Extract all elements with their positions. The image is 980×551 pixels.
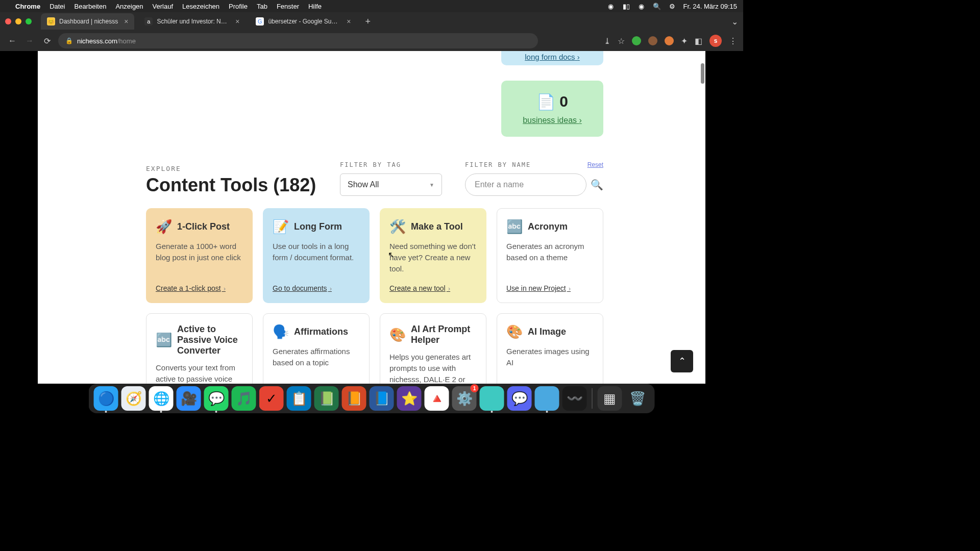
dock-app-discord[interactable]: 💬 bbox=[507, 386, 532, 411]
document-icon: 📄 bbox=[536, 93, 555, 111]
kebab-menu-icon[interactable]: ⋮ bbox=[729, 36, 737, 46]
reload-button[interactable]: ⟳ bbox=[41, 36, 53, 46]
dock-app-finder[interactable]: 🔵 bbox=[94, 386, 118, 411]
dock-app-todoist[interactable]: ✓ bbox=[259, 386, 284, 411]
dock-app-imovie[interactable]: ⭐ bbox=[397, 386, 422, 411]
black-bar-right bbox=[705, 51, 743, 416]
tool-card-icon: 🔤 bbox=[156, 332, 172, 348]
tool-card-link[interactable]: Create a new tool › bbox=[389, 284, 477, 292]
mac-menubar: Chrome Datei Bearbeiten Anzeigen Verlauf… bbox=[0, 0, 743, 12]
extension-icon[interactable] bbox=[665, 36, 674, 45]
black-bar-left bbox=[0, 51, 38, 416]
chevron-up-icon: ⌃ bbox=[678, 356, 686, 367]
record-icon[interactable]: ◉ bbox=[607, 2, 615, 10]
dock-app-trello[interactable]: 📋 bbox=[287, 386, 311, 411]
dock-app-trash[interactable]: 🗑️ bbox=[625, 386, 650, 411]
tool-card[interactable]: 📝 Long Form Use our tools in a long form… bbox=[263, 208, 370, 303]
star-icon[interactable]: ☆ bbox=[618, 36, 625, 46]
dock-app-whatsapp[interactable]: 💬 bbox=[204, 386, 229, 411]
dock-app-app-blue[interactable] bbox=[535, 386, 559, 411]
menubar-item[interactable]: Bearbeiten bbox=[74, 3, 106, 10]
dock-app-launchpad[interactable]: ▦ bbox=[598, 386, 622, 411]
tool-card-description: Generates images using AI bbox=[506, 346, 594, 384]
search-icon[interactable]: 🔍 bbox=[653, 2, 661, 10]
tool-card[interactable]: 🎨 AI Image Generates images using AI bbox=[497, 313, 603, 384]
close-tab-icon[interactable]: × bbox=[347, 17, 351, 26]
tab-title: Schüler und Investor: Noah au bbox=[157, 18, 229, 25]
maximize-window[interactable] bbox=[26, 18, 32, 24]
tab[interactable]: G übersetzer - Google Suche × bbox=[250, 13, 357, 30]
menubar-item[interactable]: Anzeigen bbox=[115, 3, 143, 10]
url-path: /home bbox=[117, 37, 136, 45]
business-ideas-card[interactable]: 📄 0 business ideas › bbox=[501, 81, 603, 137]
favicon-icon: G bbox=[256, 17, 264, 26]
scroll-to-top-button[interactable]: ⌃ bbox=[671, 350, 693, 372]
tab-active[interactable]: 😊 Dashboard | nichesss × bbox=[41, 13, 134, 30]
dock-app-drive[interactable]: 🔺 bbox=[425, 386, 449, 411]
menubar-item[interactable]: Verlauf bbox=[153, 3, 173, 10]
dock-app-voice-memos[interactable]: 〰️ bbox=[562, 386, 587, 411]
dock-app-zoom[interactable]: 🎥 bbox=[177, 386, 201, 411]
menubar-item[interactable]: Tab bbox=[257, 3, 267, 10]
wifi-icon[interactable]: ◉ bbox=[638, 2, 646, 10]
tool-card-link[interactable]: Create a 1-click post › bbox=[156, 284, 243, 292]
business-ideas-link[interactable]: business ideas › bbox=[523, 116, 582, 125]
install-icon[interactable]: ⤓ bbox=[604, 36, 610, 46]
menubar-item[interactable]: Datei bbox=[50, 3, 65, 10]
tool-card-icon: 🚀 bbox=[156, 219, 172, 235]
filter-name-input[interactable] bbox=[465, 173, 586, 196]
favicon-icon: 😊 bbox=[47, 17, 55, 26]
tool-card[interactable]: 🛠️ Make a Tool Need something we don't h… bbox=[380, 208, 486, 303]
select-value: Show All bbox=[348, 180, 379, 189]
menubar-app[interactable]: Chrome bbox=[15, 3, 40, 10]
battery-icon[interactable]: ▮▯ bbox=[622, 2, 630, 10]
chevron-right-icon: › bbox=[328, 285, 332, 292]
content-area: EXPLORE Content Tools (182) FILTER BY TA… bbox=[146, 161, 603, 384]
reset-link[interactable]: Reset bbox=[587, 161, 603, 168]
tool-card-link[interactable]: Go to documents › bbox=[273, 284, 360, 292]
back-button[interactable]: ← bbox=[6, 36, 18, 45]
extensions-puzzle-icon[interactable]: ✦ bbox=[681, 36, 688, 46]
search-button[interactable]: 🔍 bbox=[591, 179, 603, 191]
forward-button[interactable]: → bbox=[23, 36, 36, 45]
menubar-item[interactable]: Fenster bbox=[277, 3, 299, 10]
tool-card[interactable]: 🎨 AI Art Prompt Helper Helps you generat… bbox=[380, 313, 486, 384]
dock-app-safari[interactable]: 🧭 bbox=[121, 386, 146, 411]
dock-app-spotify[interactable]: 🎵 bbox=[232, 386, 256, 411]
dock-app-app-teal[interactable] bbox=[480, 386, 504, 411]
tool-card[interactable]: 🚀 1-Click Post Generate a 1000+ word blo… bbox=[146, 208, 253, 303]
tab-title: Dashboard | nichesss bbox=[59, 18, 118, 25]
dock-app-word[interactable]: 📘 bbox=[370, 386, 394, 411]
close-window[interactable] bbox=[5, 18, 11, 24]
tool-card-title: AI Art Prompt Helper bbox=[411, 324, 477, 345]
menubar-item[interactable]: Lesezeichen bbox=[182, 3, 219, 10]
tool-card[interactable]: 🔤 Active to Passive Voice Converter Conv… bbox=[146, 313, 253, 384]
control-center-icon[interactable]: ⚙ bbox=[668, 2, 676, 10]
dock-app-settings[interactable]: ⚙️1 bbox=[452, 386, 477, 411]
scrollbar-thumb[interactable] bbox=[701, 63, 704, 84]
long-form-docs-card[interactable]: long form docs › bbox=[501, 51, 603, 65]
menubar-datetime[interactable]: Fr. 24. März 09:15 bbox=[683, 3, 738, 10]
tool-card-link[interactable]: Use in new Project › bbox=[506, 284, 594, 292]
close-tab-icon[interactable]: × bbox=[124, 17, 128, 26]
menubar-item[interactable]: Profile bbox=[229, 3, 248, 10]
tabstrip: 😊 Dashboard | nichesss × a Schüler und I… bbox=[0, 12, 743, 31]
dock-app-powerpoint[interactable]: 📙 bbox=[342, 386, 366, 411]
sidepanel-icon[interactable]: ◧ bbox=[695, 36, 702, 46]
long-form-docs-link[interactable]: long form docs › bbox=[525, 53, 580, 61]
tabs-dropdown-icon[interactable]: ⌄ bbox=[731, 17, 738, 27]
dock-app-excel[interactable]: 📗 bbox=[314, 386, 339, 411]
new-tab-button[interactable]: + bbox=[361, 16, 375, 27]
tool-card[interactable]: 🔤 Acronym Generates an acronym based on … bbox=[497, 208, 603, 303]
dock-app-chrome[interactable]: 🌐 bbox=[149, 386, 174, 411]
menubar-item[interactable]: Hilfe bbox=[308, 3, 322, 10]
tab[interactable]: a Schüler und Investor: Noah au × bbox=[138, 13, 246, 30]
filter-tag-select[interactable]: Show All ▼ bbox=[340, 173, 442, 196]
profile-avatar[interactable]: s bbox=[709, 35, 722, 47]
address-bar[interactable]: 🔒 nichesss.com/home bbox=[58, 33, 538, 48]
extension-icon[interactable] bbox=[632, 36, 641, 45]
tool-card[interactable]: 🗣️ Affirmations Generates affirmations b… bbox=[263, 313, 370, 384]
extension-icon[interactable] bbox=[648, 36, 657, 45]
minimize-window[interactable] bbox=[15, 18, 21, 24]
close-tab-icon[interactable]: × bbox=[235, 17, 239, 26]
